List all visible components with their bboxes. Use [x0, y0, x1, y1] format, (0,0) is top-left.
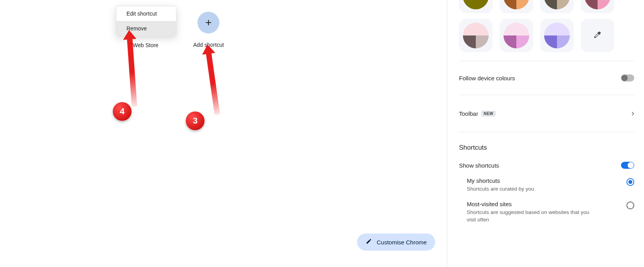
show-shortcuts-label: Show shortcuts	[459, 162, 499, 169]
customise-chrome-button[interactable]: Customise Chrome	[357, 233, 435, 251]
most-visited-radio[interactable]	[626, 202, 634, 209]
eyedropper-icon	[593, 30, 602, 41]
colour-theme-swatch[interactable]	[459, 0, 493, 13]
colour-theme-swatch[interactable]	[500, 19, 533, 52]
pencil-icon	[366, 238, 372, 246]
toolbar-label: Toolbar	[459, 110, 478, 117]
annotation-marker-4: 4	[113, 102, 132, 121]
customise-chrome-label: Customise Chrome	[377, 239, 427, 246]
colour-theme-swatch[interactable]	[540, 0, 574, 13]
new-badge: NEW	[481, 111, 496, 117]
shortcuts-section-header: Shortcuts	[459, 144, 634, 152]
follow-device-colours-toggle[interactable]	[621, 74, 634, 81]
shortcut-label-web-store: Web Store	[133, 42, 158, 48]
custom-colour-picker[interactable]	[581, 19, 614, 52]
toolbar-settings-link[interactable]: Toolbar NEW ›	[459, 104, 634, 123]
colour-theme-swatch[interactable]	[459, 19, 493, 52]
menu-item-edit-shortcut[interactable]: Edit shortcut	[116, 6, 176, 21]
plus-icon	[197, 12, 219, 34]
annotation-marker-3: 3	[186, 111, 205, 130]
colour-theme-swatch[interactable]	[500, 0, 533, 13]
my-shortcuts-title: My shortcuts	[467, 177, 534, 184]
show-shortcuts-toggle[interactable]	[621, 162, 634, 169]
annotation-arrow	[206, 51, 220, 115]
most-visited-title: Most-visited sites	[467, 201, 592, 207]
customise-side-panel: Follow device colours Toolbar NEW › Shor…	[447, 0, 644, 267]
follow-device-colours-label: Follow device colours	[459, 75, 515, 81]
my-shortcuts-radio[interactable]	[626, 178, 634, 186]
chevron-right-icon: ›	[632, 108, 634, 118]
my-shortcuts-desc: Shortcuts are curated by you	[467, 186, 534, 193]
colour-theme-swatch[interactable]	[581, 0, 614, 13]
add-shortcut-button[interactable]: Add shortcut	[193, 12, 224, 48]
most-visited-desc: Shortcuts are suggested based on website…	[467, 209, 592, 224]
colour-theme-swatch[interactable]	[540, 19, 574, 52]
